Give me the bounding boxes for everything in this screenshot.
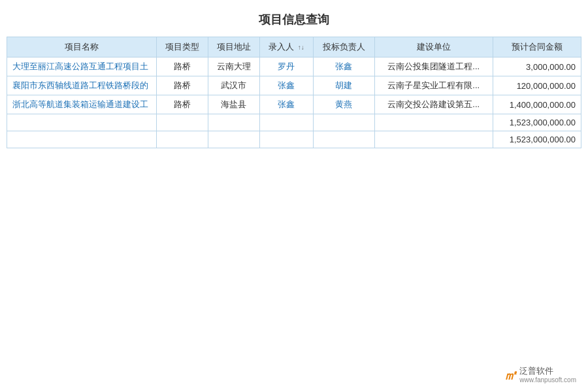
- col-header-name: 项目名称: [7, 37, 157, 57]
- main-table: 项目名称 项目类型 项目地址 录入人 ↑↓ 投标负责人 建设单位: [7, 37, 581, 148]
- subtotal-1-value: 1,523,000,000.00: [493, 114, 581, 131]
- empty-cell: [7, 114, 157, 131]
- logo-icon: ㎡: [504, 367, 517, 384]
- cell-name-3[interactable]: 浙北高等航道集装箱运输通道建设工: [7, 95, 157, 114]
- cell-recorder-1[interactable]: 罗丹: [259, 57, 313, 76]
- cell-location-2: 武汉市: [208, 76, 259, 95]
- cell-recorder-2[interactable]: 张鑫: [259, 76, 313, 95]
- cell-type-1: 路桥: [156, 57, 208, 76]
- cell-construction-unit-3: 云南交投公路建设第五...: [374, 95, 493, 114]
- col-header-amount: 预计合同金额: [493, 37, 581, 57]
- cell-name-2[interactable]: 襄阳市东西轴线道路工程铁路桥段的: [7, 76, 157, 95]
- cell-location-1: 云南大理: [208, 57, 259, 76]
- empty-cell: [156, 131, 208, 148]
- cell-amount-3: 1,400,000,000.00: [493, 95, 581, 114]
- logo-text: 泛普软件 www.fanpusoft.com: [519, 366, 576, 384]
- page-title: 项目信息查询: [0, 0, 588, 37]
- col-header-recorder[interactable]: 录入人 ↑↓: [259, 37, 313, 57]
- cell-bid-manager-3[interactable]: 黄燕: [313, 95, 374, 114]
- col-header-location: 项目地址: [208, 37, 259, 57]
- cell-amount-1: 3,000,000.00: [493, 57, 581, 76]
- cell-type-3: 路桥: [156, 95, 208, 114]
- subtotal-row-1: 1,523,000,000.00: [7, 114, 581, 131]
- table-row: 襄阳市东西轴线道路工程铁路桥段的 路桥 武汉市 张鑫 胡建 云南子星实业工程有限…: [7, 76, 581, 95]
- empty-cell: [374, 131, 493, 148]
- cell-bid-manager-2[interactable]: 胡建: [313, 76, 374, 95]
- cell-amount-2: 120,000,000.00: [493, 76, 581, 95]
- empty-cell: [259, 131, 313, 148]
- subtotal-row-2: 1,523,000,000.00: [7, 131, 581, 148]
- sort-icon: ↑↓: [298, 44, 304, 51]
- table-row: 大理至丽江高速公路互通工程项目土 路桥 云南大理 罗丹 张鑫 云南公投集团隧道工…: [7, 57, 581, 76]
- table-row: 浙北高等航道集装箱运输通道建设工 路桥 海盐县 张鑫 黄燕 云南交投公路建设第五…: [7, 95, 581, 114]
- cell-bid-manager-1[interactable]: 张鑫: [313, 57, 374, 76]
- col-header-bid-manager: 投标负责人: [313, 37, 374, 57]
- empty-cell: [7, 131, 157, 148]
- logo-company-name: 泛普软件: [519, 366, 576, 376]
- empty-cell: [208, 114, 259, 131]
- empty-cell: [156, 114, 208, 131]
- empty-cell: [313, 114, 374, 131]
- cell-name-1[interactable]: 大理至丽江高速公路互通工程项目土: [7, 57, 157, 76]
- col-header-type: 项目类型: [156, 37, 208, 57]
- cell-type-2: 路桥: [156, 76, 208, 95]
- cell-recorder-3[interactable]: 张鑫: [259, 95, 313, 114]
- col-header-construction-unit: 建设单位: [374, 37, 493, 57]
- cell-location-3: 海盐县: [208, 95, 259, 114]
- empty-cell: [259, 114, 313, 131]
- empty-cell: [374, 114, 493, 131]
- table-header-row: 项目名称 项目类型 项目地址 录入人 ↑↓ 投标负责人 建设单位: [7, 37, 581, 57]
- empty-cell: [313, 131, 374, 148]
- table-wrapper: 项目名称 项目类型 项目地址 录入人 ↑↓ 投标负责人 建设单位: [0, 37, 588, 148]
- logo-url: www.fanpusoft.com: [519, 376, 576, 384]
- cell-construction-unit-1: 云南公投集团隧道工程...: [374, 57, 493, 76]
- footer-logo: ㎡ 泛普软件 www.fanpusoft.com: [504, 366, 576, 384]
- cell-construction-unit-2: 云南子星实业工程有限...: [374, 76, 493, 95]
- subtotal-2-value: 1,523,000,000.00: [493, 131, 581, 148]
- empty-cell: [208, 131, 259, 148]
